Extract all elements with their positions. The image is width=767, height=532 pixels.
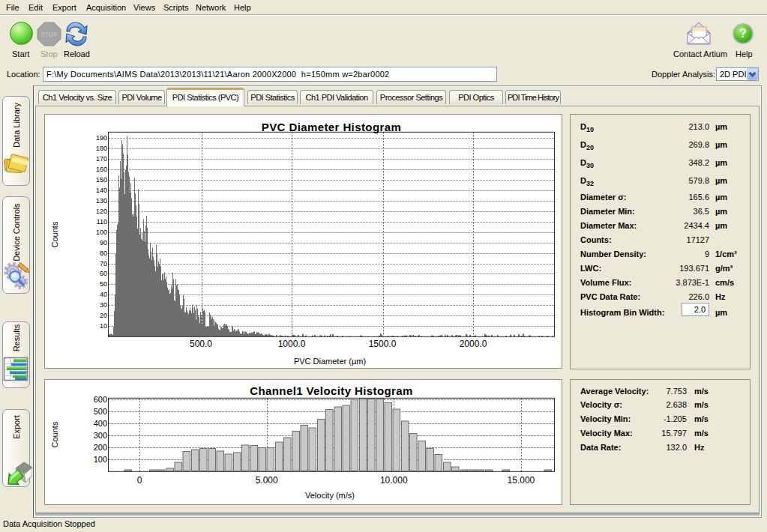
svg-text:160: 160: [96, 166, 107, 173]
svg-text:170: 170: [96, 155, 107, 163]
svg-text:190: 190: [96, 134, 107, 142]
svg-text:10: 10: [100, 322, 107, 330]
svg-text:30: 30: [100, 301, 107, 309]
svg-text:0: 0: [137, 475, 142, 486]
svg-text:1000.0: 1000.0: [278, 339, 306, 349]
svg-text:70: 70: [100, 260, 107, 267]
svg-text:130: 130: [96, 197, 107, 205]
svg-text:150: 150: [96, 176, 107, 184]
svg-text:100: 100: [96, 229, 107, 236]
svg-text:20: 20: [100, 312, 107, 319]
svg-text:500: 500: [94, 407, 107, 416]
svg-text:300: 300: [94, 431, 107, 440]
svg-text:Counts: Counts: [50, 221, 59, 247]
svg-text:500.0: 500.0: [190, 339, 212, 349]
svg-text:10.000: 10.000: [380, 475, 408, 486]
svg-text:PVC Diameter Histogram: PVC Diameter Histogram: [262, 121, 401, 133]
svg-text:180: 180: [96, 145, 107, 152]
svg-text:400: 400: [94, 419, 107, 428]
svg-text:2000.0: 2000.0: [460, 339, 487, 349]
svg-text:140: 140: [96, 187, 107, 194]
svg-text:50: 50: [100, 280, 107, 288]
svg-text:1500.0: 1500.0: [369, 339, 397, 349]
svg-text:600: 600: [94, 395, 107, 404]
svg-text:100: 100: [94, 455, 107, 464]
svg-text:110: 110: [97, 218, 107, 226]
svg-text:80: 80: [100, 250, 107, 257]
svg-text:Channel1 Velocity Histogram: Channel1 Velocity Histogram: [250, 384, 413, 397]
svg-text:40: 40: [100, 291, 107, 298]
svg-text:Counts: Counts: [50, 421, 59, 447]
svg-text:120: 120: [96, 208, 107, 215]
svg-text:200: 200: [94, 443, 107, 452]
svg-text:60: 60: [100, 270, 107, 277]
svg-text:15.000: 15.000: [508, 475, 535, 486]
svg-text:5.000: 5.000: [256, 475, 278, 486]
svg-text:90: 90: [100, 239, 107, 247]
svg-text:STOP: STOP: [40, 31, 58, 38]
svg-text:PVC Diameter (µm): PVC Diameter (µm): [294, 357, 366, 366]
svg-text:Velocity (m/s): Velocity (m/s): [305, 491, 355, 500]
